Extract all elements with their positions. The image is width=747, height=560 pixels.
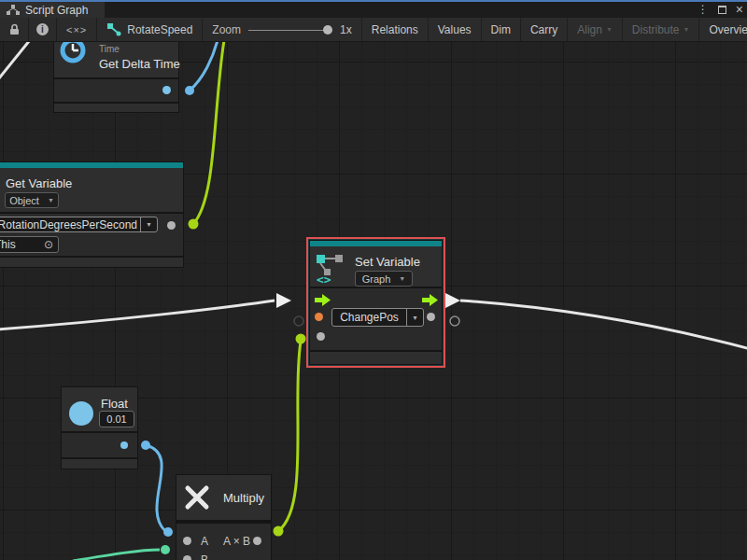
align-button[interactable]: Align ▼: [568, 18, 623, 41]
port-input-a[interactable]: [183, 537, 191, 545]
distribute-label: Distribute: [632, 23, 680, 36]
node-float[interactable]: Float 0.01: [61, 386, 138, 469]
inspect-code-button[interactable]: <×>: [57, 18, 97, 41]
graph-breadcrumb[interactable]: RotateSpeed: [97, 18, 203, 41]
wire-to-multiply-b[interactable]: [73, 550, 160, 560]
lock-button[interactable]: [0, 18, 29, 41]
wire-exec-out[interactable]: [460, 301, 747, 349]
wire-cap: [296, 334, 306, 344]
float-value-input[interactable]: 0.01: [99, 411, 134, 427]
info-icon: i: [36, 23, 49, 35]
port-output-value[interactable]: [427, 313, 435, 321]
node-title: Get Variable: [6, 176, 72, 190]
port-input-b[interactable]: [183, 555, 191, 560]
wire-get-variable[interactable]: [193, 42, 224, 224]
node-footer: [54, 104, 178, 112]
node-subtitle: Time: [99, 44, 120, 54]
node-footer: [62, 459, 137, 469]
overview-button[interactable]: Overview: [699, 18, 747, 41]
arrowhead-in: [276, 293, 291, 308]
zoom-slider[interactable]: [248, 24, 332, 35]
port-variable-output[interactable]: [167, 221, 176, 230]
float-icon: [69, 401, 93, 426]
variable-kind-dropdown[interactable]: Object ▼: [5, 192, 59, 208]
variable-name-value: RotationDegreesPerSecond: [0, 217, 140, 231]
arrowhead-out: [445, 293, 460, 308]
graph-toolbar: i <×> RotateSpeed Zoom 1x Relations Valu…: [0, 18, 747, 42]
node-footer: [0, 258, 183, 267]
values-label: Values: [438, 23, 472, 36]
overview-label: Overview: [709, 23, 747, 36]
dim-button[interactable]: Dim: [482, 18, 521, 41]
dim-label: Dim: [491, 23, 511, 36]
tab-script-graph[interactable]: Script Graph: [0, 2, 105, 18]
unconnected-port-ring-left: [294, 316, 303, 326]
input-a-label: A: [201, 535, 208, 548]
lock-icon: [7, 23, 21, 35]
maximize-icon[interactable]: [718, 6, 726, 14]
chevron-down-icon: ▼: [684, 26, 690, 33]
info-button[interactable]: i: [29, 18, 57, 41]
chevron-down-icon: ▼: [399, 275, 405, 282]
wire-exec-topleft[interactable]: [0, 42, 34, 84]
chevron-down-icon: ▼: [606, 26, 613, 33]
zoom-control: Zoom 1x: [203, 18, 360, 41]
carry-label: Carry: [530, 23, 557, 36]
node-footer: [310, 352, 442, 364]
wire-cap: [185, 86, 194, 95]
target-object-value: This: [0, 237, 39, 252]
node-get-variable[interactable]: Get Variable Object ▼ RotationDegreesPer…: [0, 161, 184, 268]
relations-label: Relations: [372, 23, 418, 36]
node-multiply[interactable]: Multiply A A × B B: [176, 474, 272, 560]
port-variable-name[interactable]: [315, 313, 323, 321]
variable-name-dropdown[interactable]: ChangePos ▼: [331, 308, 424, 327]
close-icon[interactable]: ×: [736, 2, 743, 17]
variable-kind-dropdown[interactable]: Graph ▼: [355, 271, 413, 287]
port-input-value[interactable]: [317, 332, 325, 341]
graph-canvas[interactable]: Time Get Delta Time Get Variable Object …: [0, 42, 747, 560]
port-float-output[interactable]: [120, 441, 128, 449]
node-get-delta-time[interactable]: Time Get Delta Time: [53, 42, 179, 113]
node-title: Multiply: [223, 491, 264, 505]
wire-cap: [161, 545, 170, 554]
values-button[interactable]: Values: [429, 18, 482, 41]
wire-cap: [163, 527, 173, 537]
zoom-slider-handle[interactable]: [323, 25, 332, 35]
set-variable-icon: <>: [316, 253, 347, 285]
wire-float-to-multiply[interactable]: [146, 445, 165, 531]
port-exec-input[interactable]: [315, 294, 331, 307]
breadcrumb-graph-name: RotateSpeed: [127, 23, 192, 36]
wire-multiply-to-setvar[interactable]: [278, 342, 301, 531]
node-title: Float: [101, 397, 128, 411]
graph-icon: [7, 4, 20, 16]
distribute-button[interactable]: Distribute ▼: [623, 18, 700, 41]
node-title: Get Delta Time: [99, 57, 180, 71]
variable-kind-label: Graph: [362, 273, 391, 285]
variable-name-dropdown[interactable]: RotationDegreesPerSecond ▼: [0, 217, 158, 232]
target-object-field[interactable]: This ⊙: [0, 236, 59, 253]
menu-icon[interactable]: ⋮: [698, 2, 709, 17]
wire-exec-in[interactable]: [0, 301, 275, 329]
chevron-down-icon: ▼: [140, 217, 157, 231]
port-output[interactable]: [253, 537, 261, 545]
output-label: A × B: [223, 535, 250, 548]
clock-icon: [59, 42, 87, 64]
focus-highlight-line: [0, 0, 747, 2]
port-delta-time-output[interactable]: [162, 86, 171, 94]
object-picker-icon[interactable]: ⊙: [39, 237, 58, 252]
node-title: Set Variable: [355, 255, 420, 269]
wire-cap: [189, 219, 199, 230]
svg-text:<>: <>: [317, 273, 331, 285]
code-icon: <×>: [66, 24, 87, 35]
graph-asset-icon: [106, 22, 121, 36]
unconnected-port-ring-right: [450, 316, 459, 326]
port-exec-output[interactable]: [422, 294, 439, 307]
zoom-slider-track: [248, 30, 325, 31]
carry-button[interactable]: Carry: [521, 18, 568, 41]
wire-delta-time[interactable]: [190, 42, 218, 91]
tab-title: Script Graph: [25, 4, 88, 17]
window-tab-bar: Script Graph ⋮ ×: [0, 0, 747, 18]
multiply-icon: [184, 484, 210, 511]
relations-button[interactable]: Relations: [361, 18, 429, 41]
node-set-variable[interactable]: <> Set Variable Graph ▼ ChangePos ▼: [309, 240, 443, 365]
